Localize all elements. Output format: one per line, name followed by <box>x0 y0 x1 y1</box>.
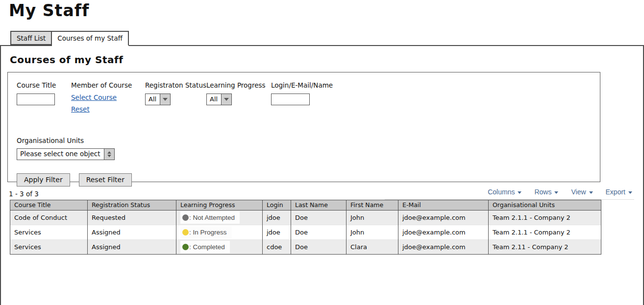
cell-login: jdoe <box>263 211 291 225</box>
login-email-name-label: Login/E-Mail/Name <box>271 81 349 89</box>
status-label: : In Progress <box>189 229 227 236</box>
status-dot-icon <box>182 244 189 250</box>
col-header-login[interactable]: Login <box>263 200 291 211</box>
learning-progress-value: All <box>207 94 221 105</box>
organisational-units-value: Please select one object <box>17 149 104 160</box>
organisational-units-label: Organisational Units <box>17 137 591 144</box>
view-menu[interactable]: View <box>571 188 593 196</box>
cell-registration-status: Assigned <box>88 240 176 255</box>
columns-menu[interactable]: Columns <box>488 188 521 196</box>
spinner-up-down-icon[interactable] <box>104 149 114 160</box>
member-of-course-label: Member of Course <box>71 81 145 89</box>
cell-registration-status: Requested <box>88 211 176 225</box>
learning-progress-select[interactable]: All <box>206 94 232 105</box>
col-header-learning-progress[interactable]: Learning Progress <box>176 200 263 211</box>
tab-courses-of-my-staff[interactable]: Courses of my Staff <box>52 31 129 46</box>
cell-organisational-units: Team 2.1.1 - Company 2 <box>489 225 601 240</box>
cell-learning-progress: : Not Attempted <box>176 211 263 225</box>
status-badge: : Completed <box>180 241 230 253</box>
cell-learning-progress: : In Progress <box>176 225 263 240</box>
courses-table: Course Title Registration Status Learnin… <box>10 200 601 255</box>
status-dot-icon <box>182 229 189 235</box>
section-heading: Courses of my Staff <box>10 54 643 66</box>
status-label: : Not Attempted <box>189 214 235 221</box>
col-header-organisational-units[interactable]: Organisational Units <box>489 200 601 211</box>
reset-course-link[interactable]: Reset <box>71 105 90 113</box>
chevron-down-icon <box>628 191 632 194</box>
col-header-course-title[interactable]: Course Title <box>10 200 88 211</box>
export-menu[interactable]: Export <box>606 188 632 196</box>
cell-course-title: Services <box>10 240 88 255</box>
status-label: : Completed <box>189 243 225 251</box>
chevron-down-icon <box>518 191 521 194</box>
rows-menu[interactable]: Rows <box>534 188 558 196</box>
cell-first-name: Clara <box>347 240 398 255</box>
registration-status-value: All <box>146 94 160 105</box>
col-header-email[interactable]: E-Mail <box>398 200 489 211</box>
tab-bar: Staff List Courses of my Staff <box>10 31 644 45</box>
course-title-input[interactable] <box>17 94 55 105</box>
col-header-last-name[interactable]: Last Name <box>291 200 347 211</box>
cell-course-title: Code of Conduct <box>10 211 88 225</box>
result-count: 1 - 3 of 3 <box>9 190 39 200</box>
cell-registration-status: Assigned <box>88 225 176 240</box>
select-course-link[interactable]: Select Course <box>71 94 117 101</box>
cell-first-name: John <box>347 211 398 225</box>
table-row[interactable]: Services Assigned : Completed cdoe Doe C… <box>10 240 601 255</box>
reset-filter-button[interactable]: Reset Filter <box>79 173 132 187</box>
cell-last-name: Doe <box>291 240 347 255</box>
cell-first-name: John <box>347 225 398 240</box>
cell-last-name: Doe <box>291 225 347 240</box>
cell-organisational-units: Team 2.1.1 - Company 2 <box>489 211 601 225</box>
filter-panel: Course Title Member of Course Select Cou… <box>7 72 600 182</box>
col-header-registration-status[interactable]: Registration Status <box>88 200 176 211</box>
export-menu-label: Export <box>606 188 625 196</box>
chevron-down-icon[interactable] <box>221 94 231 105</box>
grid-menu-bar: Columns Rows View Export <box>385 188 634 200</box>
rows-menu-label: Rows <box>534 188 551 196</box>
page-title: My Staff <box>9 1 644 20</box>
cell-email: jdoe@example.com <box>398 211 489 225</box>
cell-last-name: Doe <box>291 211 347 225</box>
cell-organisational-units: Team 2.11 - Company 2 <box>489 240 601 255</box>
status-badge: : In Progress <box>180 226 232 238</box>
cell-email: jdoe@example.com <box>398 225 489 240</box>
results-toolbar: 1 - 3 of 3 Columns Rows View Export <box>9 188 634 200</box>
apply-filter-button[interactable]: Apply Filter <box>17 173 70 187</box>
cell-login: cdoe <box>263 240 291 255</box>
learning-progress-label: Learning Progress <box>206 81 271 89</box>
status-badge: : Not Attempted <box>180 211 240 224</box>
cell-learning-progress: : Completed <box>176 240 263 255</box>
chevron-down-icon <box>589 191 593 194</box>
tab-staff-list[interactable]: Staff List <box>10 31 52 45</box>
registration-status-select[interactable]: All <box>145 94 171 105</box>
table-row[interactable]: Code of Conduct Requested : Not Attempte… <box>10 211 601 225</box>
cell-login: jdoe <box>263 225 291 240</box>
course-title-label: Course Title <box>17 81 71 89</box>
cell-email: jdoe@example.com <box>398 240 489 255</box>
view-menu-label: View <box>571 188 586 196</box>
tab-content-panel: Courses of my Staff Course Title Member … <box>0 45 644 305</box>
chevron-down-icon <box>554 191 558 194</box>
organisational-units-select[interactable]: Please select one object <box>17 148 115 160</box>
table-header-row: Course Title Registration Status Learnin… <box>10 200 601 211</box>
login-email-name-input[interactable] <box>271 94 310 105</box>
registration-status-label: Registraton Status <box>145 81 206 89</box>
col-header-first-name[interactable]: First Name <box>347 200 398 211</box>
table-row[interactable]: Services Assigned : In Progress jdoe Doe… <box>10 225 601 240</box>
status-dot-icon <box>182 214 189 221</box>
cell-course-title: Services <box>10 225 88 240</box>
columns-menu-label: Columns <box>488 188 515 196</box>
chevron-down-icon[interactable] <box>160 94 170 105</box>
